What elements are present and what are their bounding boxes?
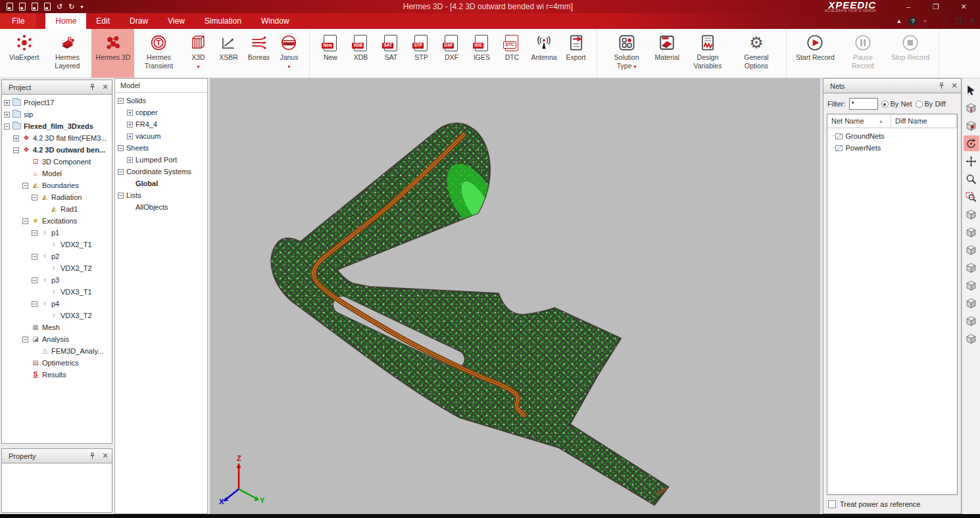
treat-power-checkbox[interactable] — [828, 500, 836, 508]
filter-input[interactable] — [849, 98, 878, 110]
zoom-window-button[interactable] — [964, 189, 979, 204]
pin-icon[interactable] — [935, 82, 948, 89]
view-back-button[interactable] — [964, 295, 979, 311]
antenna-button[interactable]: Antenna — [527, 29, 560, 78]
stp-button[interactable]: STP — [406, 29, 436, 78]
dtc-button[interactable]: DTC — [497, 29, 527, 78]
stop-record-button[interactable]: Stop Record — [887, 29, 933, 78]
project-tree-item-vdx3-t2[interactable]: ♀VDX3_T2 — [4, 310, 112, 321]
new-button[interactable]: New — [315, 29, 345, 78]
minimize-button[interactable]: – — [894, 3, 922, 11]
fit-selection-view-button[interactable] — [964, 118, 979, 133]
project-tree-item-vdx3-t1[interactable]: ♀VDX3_T1 — [4, 286, 112, 298]
expand-toggle-icon[interactable]: − — [13, 147, 19, 153]
dxf-button[interactable]: DXF — [436, 29, 466, 78]
xdb-button[interactable]: XDB — [345, 29, 376, 78]
collapse-ribbon-icon[interactable]: ▲ — [896, 18, 902, 24]
pin-icon[interactable] — [86, 83, 99, 91]
xsbr-button[interactable]: XSBR — [213, 29, 243, 78]
close-button[interactable]: ✕ — [950, 3, 977, 11]
view-bottom-button[interactable] — [964, 224, 979, 240]
project-tree-item-p3[interactable]: −♀p3 — [4, 274, 112, 286]
model-tree-item-vacuum[interactable]: +vacuum — [118, 130, 207, 142]
project-tree-item-project17[interactable]: +Project17 — [4, 97, 112, 108]
expand-toggle-icon[interactable]: − — [32, 254, 37, 260]
iges-button[interactable]: IGES — [466, 29, 497, 78]
save-all-icon[interactable] — [44, 3, 51, 11]
design-variables-button[interactable]: Design Variables — [683, 29, 732, 78]
doc-restore-button[interactable]: ❐ — [954, 16, 962, 26]
save-icon[interactable] — [32, 3, 38, 11]
tab-draw[interactable]: Draw — [120, 13, 158, 29]
view-iso-1-button[interactable] — [964, 313, 979, 329]
nets-row-powernets[interactable]: ┄PowerNets — [827, 142, 957, 154]
expand-toggle-icon[interactable]: − — [22, 337, 28, 342]
close-icon[interactable]: ✕ — [99, 83, 112, 91]
x3d-button[interactable]: X3D▾ — [183, 29, 213, 78]
project-tree-item-p1[interactable]: −♀p1 — [4, 227, 112, 239]
open-file-icon[interactable] — [19, 3, 26, 11]
expand-toggle-icon[interactable]: − — [32, 301, 37, 307]
project-tree-item-radiation[interactable]: −◭Radiation — [4, 191, 112, 203]
solution-type-button[interactable]: Solution Type ▾ — [602, 29, 651, 78]
model-tree-item-coordinate-systems[interactable]: −Coordinate Systems — [118, 166, 207, 177]
tab-simulation[interactable]: Simulation — [195, 13, 251, 29]
select-tool-button[interactable] — [964, 82, 979, 98]
expand-toggle-icon[interactable]: + — [4, 100, 10, 106]
net-name-column-header[interactable]: Net Name▲ — [827, 114, 891, 128]
sat-button[interactable]: SAT — [376, 29, 406, 78]
expand-toggle-icon[interactable]: + — [127, 110, 133, 116]
pin-icon[interactable] — [86, 452, 99, 459]
project-tree-item-3d-component[interactable]: ⊡3D Component — [4, 156, 112, 168]
pause-record-button[interactable]: Pause Record — [839, 29, 887, 78]
start-record-button[interactable]: Start Record — [792, 29, 839, 78]
expand-toggle-icon[interactable]: − — [22, 183, 28, 189]
janus-button[interactable]: Janus▾ — [274, 29, 304, 78]
project-tree-item-analysis[interactable]: −◪Analysis — [4, 333, 112, 345]
tab-edit[interactable]: Edit — [86, 13, 120, 29]
tab-view[interactable]: View — [158, 13, 195, 29]
tab-file[interactable]: File — [0, 13, 36, 29]
expand-toggle-icon[interactable]: + — [4, 112, 10, 118]
pan-view-button[interactable] — [964, 153, 979, 169]
model-tree-item-solids[interactable]: −Solids — [118, 95, 207, 106]
project-tree-item-vdx2-t2[interactable]: ♀VDX2_T2 — [4, 262, 112, 274]
close-icon[interactable]: ✕ — [99, 452, 112, 460]
boreas-button[interactable]: Boreas — [243, 29, 274, 78]
expand-toggle-icon[interactable]: − — [32, 230, 37, 236]
model-tree-item-sheets[interactable]: −Sheets — [118, 142, 207, 154]
expand-toggle-icon[interactable]: − — [118, 169, 124, 175]
doc-close-button[interactable]: ✕ — [969, 16, 976, 26]
tab-window[interactable]: Window — [251, 13, 299, 29]
material-button[interactable]: Material — [651, 29, 683, 78]
project-tree-item-mesh[interactable]: ▦Mesh — [4, 321, 112, 333]
export-button[interactable]: Export — [561, 29, 591, 78]
expand-toggle-icon[interactable]: + — [127, 122, 133, 128]
project-tree-item-vdx2-t1[interactable]: ♀VDX2_T1 — [4, 239, 112, 250]
view-front-button[interactable] — [964, 277, 979, 293]
hermes-layered-button[interactable]: Hermes Layered — [43, 29, 91, 78]
model-tree-item-copper[interactable]: +copper — [118, 106, 207, 118]
expand-toggle-icon[interactable]: − — [118, 145, 124, 151]
help-icon[interactable]: ? — [908, 17, 917, 26]
model-tree-item-fr4-4[interactable]: +FR4_4 — [118, 118, 207, 130]
view-top-button[interactable] — [964, 206, 979, 222]
project-tree-item-4-2-3d-flat-film-fem3[interactable]: +❖4.2 3D flat film(FEM3... — [4, 132, 112, 144]
help-dropdown-icon[interactable]: ▾ — [923, 18, 926, 24]
close-icon[interactable]: ✕ — [948, 82, 961, 90]
project-tree-item-model[interactable]: ⌂Model — [4, 168, 112, 179]
by-diff-radio[interactable]: By Diff — [916, 100, 946, 108]
expand-toggle-icon[interactable]: − — [32, 195, 37, 200]
hermes-3d-button[interactable]: Hermes 3D — [91, 29, 134, 78]
customize-toolbar-icon[interactable]: ▾ — [80, 4, 83, 10]
new-file-icon[interactable] — [7, 3, 13, 11]
general-options-button[interactable]: ⚙ General Options — [732, 29, 781, 78]
zoom-view-button[interactable] — [964, 171, 979, 187]
expand-toggle-icon[interactable]: + — [127, 133, 133, 139]
redo-icon[interactable]: ↻ — [68, 3, 74, 11]
expand-toggle-icon[interactable]: − — [118, 98, 124, 104]
view-iso-2-button[interactable] — [964, 331, 979, 346]
project-tree-item-4-2-3d-outward-ben[interactable]: −❖4.2 3D outward ben... — [4, 144, 112, 156]
fit-all-view-button[interactable] — [964, 100, 979, 116]
project-tree-item-boundaries[interactable]: −◭Boundaries — [4, 179, 112, 191]
